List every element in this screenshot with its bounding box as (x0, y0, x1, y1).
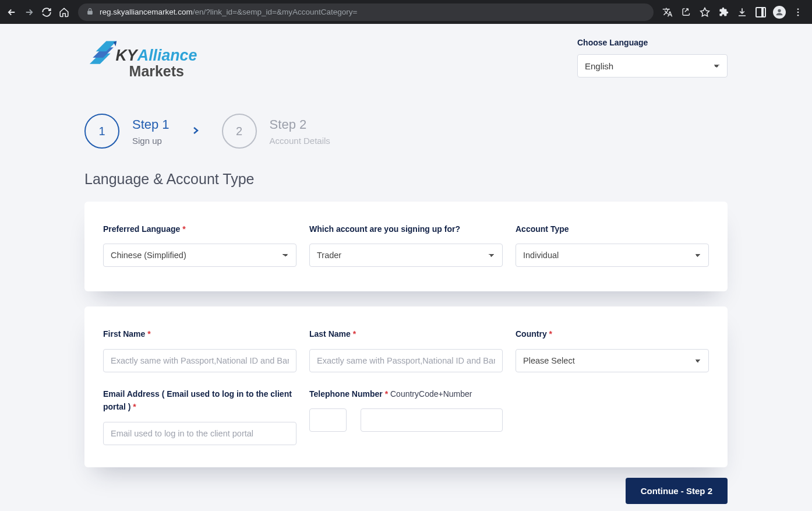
section-heading: Language & Account Type (84, 171, 728, 188)
home-icon[interactable] (57, 5, 71, 19)
bookmark-icon[interactable] (698, 5, 712, 19)
email-label: Email Address ( Email used to log in to … (103, 387, 296, 414)
preferred-language-select[interactable]: Chinese (Simplified) (103, 244, 296, 267)
url-domain: reg.skyalliancemarket.com (100, 8, 193, 16)
email-input[interactable] (103, 422, 296, 445)
profile-icon[interactable] (772, 5, 786, 19)
continue-button[interactable]: Continue - Step 2 (626, 478, 728, 504)
svg-point-0 (797, 8, 799, 10)
logo: KY Alliance Markets (84, 38, 201, 89)
lock-icon (86, 8, 94, 17)
step2-circle: 2 (222, 114, 257, 149)
first-name-label: First Name * (103, 327, 296, 340)
svg-text:Markets: Markets (129, 63, 184, 79)
signup-for-select[interactable]: Trader (309, 244, 503, 267)
chevron-right-icon (182, 126, 209, 136)
svg-point-2 (797, 14, 799, 16)
country-select[interactable]: Please Select (516, 349, 709, 372)
refresh-icon[interactable] (40, 5, 54, 19)
account-type-select[interactable]: Individual (516, 244, 709, 267)
download-icon[interactable] (735, 5, 749, 19)
last-name-input[interactable] (309, 349, 503, 372)
url-path: /en/?link_id=&semp_id=&myAccountCategory… (193, 8, 358, 16)
steps-indicator: 1 Step 1 Sign up 2 Step 2 Account Detail… (84, 114, 728, 149)
card-personal-details: First Name * Last Name * Country * Pleas… (84, 306, 728, 467)
preferred-language-label: Preferred Language * (103, 223, 296, 235)
step1-sub: Sign up (132, 136, 170, 146)
back-icon[interactable] (5, 5, 19, 19)
url-bar[interactable]: reg.skyalliancemarket.com/en/?link_id=&s… (78, 3, 654, 21)
phone-number-input[interactable] (361, 408, 503, 432)
forward-icon[interactable] (22, 5, 36, 19)
step2-title: Step 2 (270, 117, 330, 132)
menu-icon[interactable] (791, 5, 805, 19)
telephone-label: Telephone Number * CountryCode+Number (309, 387, 503, 400)
first-name-input[interactable] (103, 349, 296, 372)
svg-point-1 (797, 11, 799, 13)
last-name-label: Last Name * (309, 327, 503, 340)
browser-chrome: reg.skyalliancemarket.com/en/?link_id=&s… (0, 0, 812, 24)
choose-language-label: Choose Language (577, 38, 728, 47)
account-type-label: Account Type (516, 223, 709, 235)
step1-title: Step 1 (132, 117, 170, 132)
tabstrip-icon[interactable] (754, 5, 768, 19)
signup-for-label: Which account are you signing up for? (309, 223, 503, 235)
chrome-right (661, 5, 807, 19)
phone-code-input[interactable] (309, 408, 347, 432)
country-label: Country * (516, 327, 709, 340)
step2-sub: Account Details (270, 136, 330, 146)
card-language-account: Preferred Language * Chinese (Simplified… (84, 202, 728, 291)
translate-icon[interactable] (661, 5, 675, 19)
share-icon[interactable] (679, 5, 693, 19)
svg-text:KY: KY (115, 47, 138, 64)
language-select[interactable]: English (577, 54, 728, 77)
step1-circle: 1 (84, 114, 119, 149)
svg-text:Alliance: Alliance (137, 47, 197, 64)
extensions-icon[interactable] (716, 5, 730, 19)
